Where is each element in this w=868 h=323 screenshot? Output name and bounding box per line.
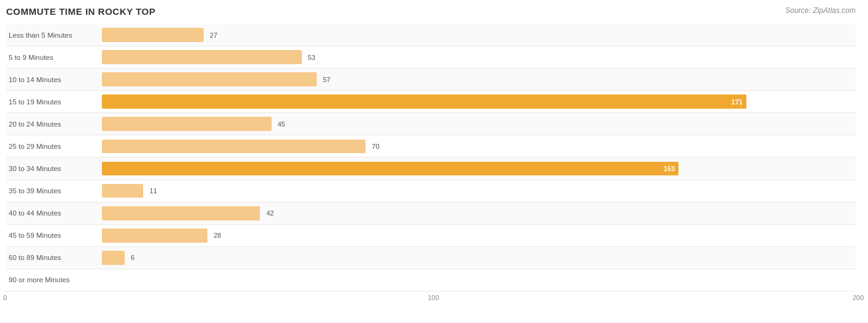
bar-value: 27 — [210, 31, 217, 39]
bar-track: 171 — [102, 91, 856, 112]
bar-value: 42 — [266, 209, 273, 217]
chart-body: Less than 5 Minutes275 to 9 Minutes5310 … — [6, 24, 856, 292]
x-tick: 0 — [3, 294, 7, 301]
source-label: Source: ZipAtlas.com — [785, 6, 856, 15]
bar-label: 35 to 39 Minutes — [6, 187, 102, 195]
bar-fill — [102, 117, 272, 131]
bar-track — [102, 269, 856, 291]
bar-value: 28 — [214, 232, 221, 239]
bar-track: 42 — [102, 203, 856, 224]
bar-fill — [102, 140, 365, 154]
bar-label: 90 or more Minutes — [6, 276, 102, 283]
bar-row: 40 to 44 Minutes42 — [6, 203, 856, 225]
bar-track: 6 — [102, 247, 856, 269]
bar-value: 153 — [664, 165, 675, 172]
bar-row: 20 to 24 Minutes45 — [6, 113, 856, 135]
bar-value: 6 — [131, 254, 135, 261]
bar-label: 25 to 29 Minutes — [6, 143, 102, 150]
bar-fill — [102, 72, 317, 86]
bar-row: 10 to 14 Minutes57 — [6, 69, 856, 91]
bar-row: Less than 5 Minutes27 — [6, 24, 856, 46]
x-tick: 200 — [853, 294, 864, 301]
bar-track: 28 — [102, 225, 856, 246]
bar-row: 25 to 29 Minutes70 — [6, 135, 856, 157]
bar-fill: 171 — [102, 94, 746, 109]
bar-fill — [102, 206, 260, 220]
x-tick: 100 — [428, 294, 439, 301]
bar-fill — [102, 28, 204, 42]
bar-value: 57 — [323, 76, 330, 83]
bar-fill: 153 — [102, 162, 678, 176]
x-axis: 0100200 — [6, 294, 856, 306]
bar-label: 40 to 44 Minutes — [6, 209, 102, 217]
chart-container: COMMUTE TIME IN ROCKY TOP Source: ZipAtl… — [0, 0, 868, 323]
bar-row: 30 to 34 Minutes153 — [6, 157, 856, 180]
bar-label: 45 to 59 Minutes — [6, 232, 102, 239]
bar-value: 171 — [732, 98, 743, 106]
bar-label: 10 to 14 Minutes — [6, 76, 102, 83]
bar-row: 60 to 89 Minutes6 — [6, 247, 856, 269]
bar-fill — [102, 251, 125, 265]
bar-row: 90 or more Minutes — [6, 269, 856, 292]
bar-track: 53 — [102, 46, 856, 68]
bar-label: 15 to 19 Minutes — [6, 98, 102, 106]
bar-track: 11 — [102, 180, 856, 202]
bar-row: 15 to 19 Minutes171 — [6, 91, 856, 113]
bar-fill — [102, 229, 207, 243]
bar-row: 45 to 59 Minutes28 — [6, 225, 856, 247]
chart-title: COMMUTE TIME IN ROCKY TOP — [6, 6, 856, 17]
bar-track: 45 — [102, 113, 856, 135]
bar-fill — [102, 184, 143, 198]
bar-value: 45 — [278, 120, 285, 128]
bar-label: 5 to 9 Minutes — [6, 54, 102, 61]
bar-track: 27 — [102, 24, 856, 46]
bar-label: 20 to 24 Minutes — [6, 120, 102, 128]
bar-track: 70 — [102, 135, 856, 157]
bar-row: 35 to 39 Minutes11 — [6, 180, 856, 203]
bar-value: 11 — [149, 187, 157, 195]
bar-value: 53 — [308, 54, 315, 61]
bar-fill — [102, 50, 302, 64]
bar-row: 5 to 9 Minutes53 — [6, 46, 856, 69]
bar-label: Less than 5 Minutes — [6, 31, 102, 39]
bar-track: 153 — [102, 157, 856, 179]
bar-value: 70 — [372, 143, 379, 150]
bar-label: 60 to 89 Minutes — [6, 254, 102, 261]
bar-track: 57 — [102, 69, 856, 90]
bar-label: 30 to 34 Minutes — [6, 165, 102, 172]
